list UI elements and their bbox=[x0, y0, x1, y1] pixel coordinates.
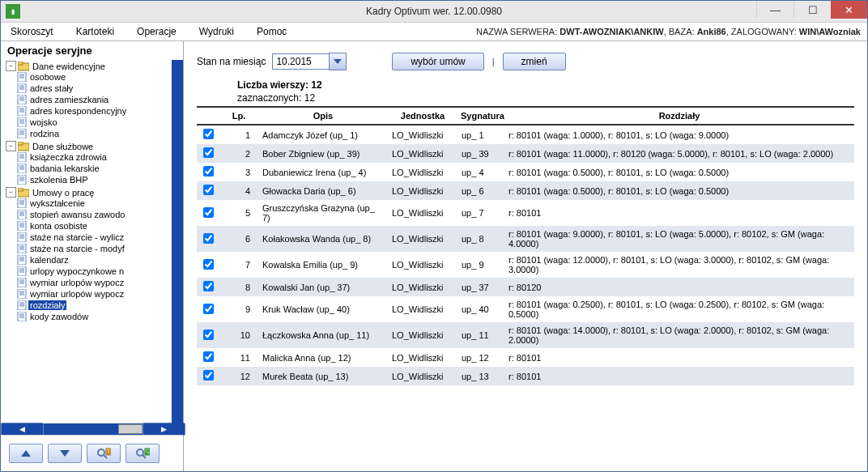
tree-item[interactable]: adres zamieszkania bbox=[17, 95, 172, 104]
cell-jednostka: LO_Widliszki bbox=[388, 367, 457, 385]
row-checkbox[interactable] bbox=[203, 185, 214, 195]
row-checkbox[interactable] bbox=[203, 351, 214, 362]
svg-rect-1 bbox=[18, 62, 23, 65]
tree-group[interactable]: −Umowy o pracę bbox=[6, 187, 172, 198]
document-icon bbox=[17, 300, 27, 310]
tree-item-label: staże na starcie - wylicz bbox=[28, 232, 126, 242]
svg-marker-96 bbox=[334, 59, 342, 64]
row-checkbox-cell bbox=[197, 322, 219, 348]
row-checkbox[interactable] bbox=[203, 304, 214, 314]
table-row[interactable]: 3Dubaniewicz Irena (up_ 4)LO_Widliszkiup… bbox=[197, 163, 854, 181]
tree-item[interactable]: kody zawodów bbox=[17, 312, 172, 321]
search-u-button[interactable]: U bbox=[87, 444, 121, 463]
tree-group[interactable]: −Dane służbowe bbox=[6, 141, 172, 151]
cell-sygnatura: up_ 12 bbox=[457, 348, 504, 367]
change-button[interactable]: zmień bbox=[503, 53, 566, 70]
tree-item[interactable]: wojsko bbox=[17, 117, 172, 127]
cell-lp: 11 bbox=[219, 348, 258, 367]
row-checkbox[interactable] bbox=[203, 147, 214, 158]
row-checkbox[interactable] bbox=[203, 233, 214, 244]
tree-scroll-down[interactable]: ▼ bbox=[172, 410, 182, 422]
tree-item[interactable]: książeczka zdrowia bbox=[17, 152, 172, 162]
hscroll-left[interactable]: ◀ bbox=[1, 423, 44, 436]
cell-lp: 6 bbox=[219, 226, 258, 252]
tree-item[interactable]: wymiar urlopów wypocz bbox=[17, 278, 172, 287]
tree-item[interactable]: urlopy wypoczynkowe n bbox=[17, 266, 172, 276]
maximize-button[interactable]: ☐ bbox=[794, 1, 831, 19]
svg-rect-6 bbox=[18, 83, 26, 93]
close-button[interactable]: ✕ bbox=[831, 1, 867, 19]
tree-item[interactable]: osobowe bbox=[17, 72, 172, 82]
row-checkbox[interactable] bbox=[203, 330, 214, 340]
tree-item-label: staże na starcie - modyf bbox=[28, 244, 126, 253]
table-row[interactable]: 1Adamczyk Józef (up_ 1)LO_Widliszkiup_ 1… bbox=[197, 125, 854, 144]
server-value: DWT-AWOZNIAK\ANKIW bbox=[560, 27, 663, 36]
tree-item[interactable]: wymiar urlopów wypocz bbox=[17, 289, 172, 299]
cell-opis: Kowalska Emilia (up_ 9) bbox=[258, 252, 388, 278]
tree-item[interactable]: kalendarz bbox=[17, 255, 172, 265]
hscroll-thumb[interactable] bbox=[118, 424, 143, 434]
table-row[interactable]: 4Głowacka Daria (up_ 6)LO_Widliszkiup_ 6… bbox=[197, 181, 854, 200]
minimize-button[interactable]: — bbox=[756, 1, 794, 19]
tree-item[interactable]: stopień awansu zawodo bbox=[17, 210, 172, 219]
menu-operacje[interactable]: Operacje bbox=[134, 24, 180, 39]
tree-item-label: kody zawodów bbox=[28, 312, 90, 321]
menu-kartoteki[interactable]: Kartoteki bbox=[73, 24, 117, 39]
tree-item[interactable]: adres korespondencyjny bbox=[17, 106, 172, 116]
tree-scroll-up[interactable]: ▲ bbox=[172, 62, 182, 73]
row-checkbox[interactable] bbox=[203, 370, 214, 381]
table-row[interactable]: 9Kruk Wacław (up_ 40)LO_Widliszkiup_ 40r… bbox=[197, 296, 854, 322]
tree-group[interactable]: −Dane ewidencyjne bbox=[6, 61, 172, 71]
table-row[interactable]: 12Murek Beata (up_ 13)LO_Widliszkiup_ 13… bbox=[197, 367, 854, 385]
row-checkbox[interactable] bbox=[203, 281, 214, 291]
collapse-icon[interactable]: − bbox=[6, 61, 16, 71]
tree-item[interactable]: rodzina bbox=[17, 129, 172, 138]
cell-lp: 4 bbox=[219, 181, 258, 200]
cell-sygnatura: up_ 6 bbox=[457, 181, 504, 200]
table-row[interactable]: 7Kowalska Emilia (up_ 9)LO_Widliszkiup_ … bbox=[197, 252, 854, 278]
table-header-row: Lp. Opis Jednostka Sygnatura Rozdziały bbox=[197, 108, 854, 125]
move-down-button[interactable] bbox=[48, 444, 82, 463]
month-dropdown-icon[interactable] bbox=[329, 53, 347, 70]
row-checkbox[interactable] bbox=[203, 207, 214, 218]
menu-pomoc[interactable]: Pomoc bbox=[253, 24, 290, 39]
window-title: Kadry Optivum wer. 12.00.0980 bbox=[1, 6, 867, 17]
select-contracts-button[interactable]: wybór umów bbox=[392, 53, 483, 70]
row-checkbox[interactable] bbox=[203, 166, 214, 176]
table-row[interactable]: 6Kołakowska Wanda (up_ 8)LO_Widliszkiup_… bbox=[197, 226, 854, 252]
tree-item[interactable]: konta osobiste bbox=[17, 221, 172, 231]
hscroll-right[interactable]: ▶ bbox=[143, 423, 185, 436]
tree-item[interactable]: badania lekarskie bbox=[17, 164, 172, 173]
tree-item[interactable]: staże na starcie - wylicz bbox=[17, 232, 172, 242]
menu-skoroszyt[interactable]: Skoroszyt bbox=[7, 24, 57, 39]
tree-item[interactable]: szkolenia BHP bbox=[17, 175, 172, 185]
cell-jednostka: LO_Widliszki bbox=[388, 200, 457, 226]
table-row[interactable]: 8Kowalski Jan (up_ 37)LO_Widliszkiup_ 37… bbox=[197, 278, 854, 296]
cell-jednostka: LO_Widliszki bbox=[388, 348, 457, 367]
tree-item[interactable]: staże na starcie - modyf bbox=[17, 244, 172, 253]
row-checkbox-cell bbox=[197, 163, 219, 181]
move-up-button[interactable] bbox=[9, 444, 43, 463]
tree-item[interactable]: wykształcenie bbox=[17, 198, 172, 208]
table-row[interactable]: 5Gruszczyńska Grażyna (up_ 7)LO_Widliszk… bbox=[197, 200, 854, 226]
month-input[interactable] bbox=[272, 53, 329, 70]
month-combo[interactable] bbox=[272, 53, 347, 70]
table-row[interactable]: 10Łączkowska Anna (up_ 11)LO_Widliszkiup… bbox=[197, 322, 854, 348]
collapse-icon[interactable]: − bbox=[6, 187, 16, 198]
cell-opis: Kowalski Jan (up_ 37) bbox=[258, 278, 388, 296]
document-icon bbox=[17, 117, 27, 127]
row-checkbox[interactable] bbox=[203, 129, 214, 139]
tree-item[interactable]: rozdziały bbox=[17, 300, 172, 310]
collapse-icon[interactable]: − bbox=[6, 141, 16, 151]
row-checkbox[interactable] bbox=[203, 259, 214, 270]
table-row[interactable]: 11Malicka Anna (up_ 12)LO_Widliszkiup_ 1… bbox=[197, 348, 854, 367]
tree-item[interactable]: adres stały bbox=[17, 83, 172, 93]
svg-rect-22 bbox=[18, 129, 26, 138]
db-label: BAZA: bbox=[669, 27, 695, 36]
search-z-button[interactable]: Z bbox=[126, 444, 160, 463]
sidebar-hscroll[interactable]: ◀ ▶ bbox=[1, 423, 183, 435]
cell-rozdzialy: r: 80101 (waga: 1.0000), r: 80101, s: LO… bbox=[504, 125, 854, 144]
menu-wydruki[interactable]: Wydruki bbox=[196, 24, 237, 39]
table-row[interactable]: 2Bober Zbigniew (up_ 39)LO_Widliszkiup_ … bbox=[197, 144, 854, 163]
svg-rect-36 bbox=[18, 175, 26, 185]
